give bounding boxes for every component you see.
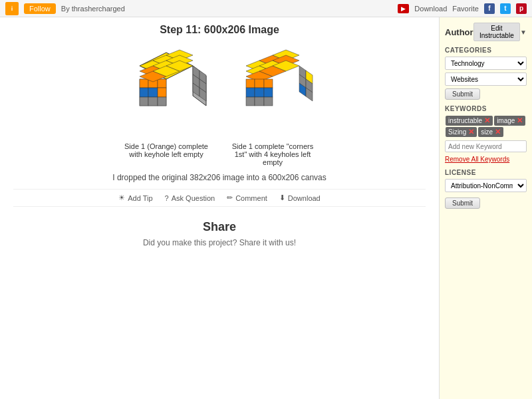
cube-image-1 <box>120 46 213 139</box>
svg-rect-6 <box>140 88 148 97</box>
question-label: Ask Question <box>172 194 215 202</box>
remove-keyword-button[interactable]: ✕ <box>495 128 501 136</box>
submit-license-button[interactable]: Submit <box>445 198 480 209</box>
license-select[interactable]: Attribution-NonCommercial-Share/ <box>445 179 527 192</box>
edit-instructable-button[interactable]: Edit Instructable <box>473 23 520 41</box>
follow-button[interactable]: Follow <box>24 3 56 14</box>
svg-rect-41 <box>264 88 273 97</box>
remove-keyword-button[interactable]: ✕ <box>517 116 523 125</box>
share-title: Share <box>13 220 426 234</box>
svg-rect-7 <box>148 88 158 97</box>
keyword-tag: image✕ <box>494 116 525 126</box>
svg-rect-39 <box>246 88 255 97</box>
tip-label: Add Tip <box>128 194 152 202</box>
top-actions: ▶ Download Favorite f t p <box>398 3 527 14</box>
download-link[interactable]: Download <box>414 5 447 13</box>
sidebar-title: Author <box>445 27 473 37</box>
keyword-tag: size✕ <box>478 127 503 137</box>
svg-rect-11 <box>158 97 166 106</box>
keyword-tag: Sizing✕ <box>446 127 477 137</box>
step-title: Step 11: 600x206 Image <box>13 24 426 36</box>
step-description: I dropped the original 382x206 image int… <box>13 173 426 182</box>
category1-select[interactable]: Technology <box>445 57 527 70</box>
pinterest-icon[interactable]: p <box>516 3 527 14</box>
keyword-tag: instructable✕ <box>446 116 493 126</box>
svg-rect-3 <box>140 79 148 88</box>
svg-rect-40 <box>255 88 264 97</box>
download-item[interactable]: ⬇ Download <box>279 194 321 202</box>
logo-icon: i <box>5 2 19 15</box>
image-caption-2: Side 1 complete "corners 1st" with 4 key… <box>226 142 319 166</box>
twitter-icon[interactable]: t <box>500 3 511 14</box>
download-label: Download <box>288 194 321 202</box>
svg-rect-37 <box>255 79 264 88</box>
svg-rect-9 <box>140 97 148 106</box>
svg-rect-10 <box>148 97 158 106</box>
dropdown-arrow-icon[interactable]: ▼ <box>520 29 527 36</box>
share-section: Share Did you make this project? Share i… <box>13 220 426 247</box>
keywords-area: instructable✕image✕Sizing✕size✕ <box>445 115 527 138</box>
username: By thrashercharged <box>61 5 125 13</box>
category2-select[interactable]: Websites <box>445 72 527 86</box>
svg-rect-36 <box>246 79 255 88</box>
add-keyword-input[interactable] <box>445 140 527 152</box>
sidebar: Author Edit Instructable ▼ CATEGORIES Te… <box>439 17 532 399</box>
question-icon: ? <box>165 194 169 202</box>
license-label: LICENSE <box>445 169 527 176</box>
topbar: i Follow By thrashercharged ▶ Download F… <box>0 0 532 17</box>
svg-rect-5 <box>158 79 166 88</box>
svg-rect-8 <box>158 88 166 97</box>
facebook-icon[interactable]: f <box>484 3 495 14</box>
main-container: Step 11: 600x206 Image <box>0 17 532 399</box>
image-block-2: Side 1 complete "corners 1st" with 4 key… <box>226 46 319 166</box>
favorite-link[interactable]: Favorite <box>452 5 479 13</box>
download-icon: ⬇ <box>279 194 285 202</box>
image-block-1: Side 1 (Orange) complete with keyhole le… <box>120 46 213 166</box>
ask-question-item[interactable]: ? Ask Question <box>165 194 215 202</box>
keywords-label: KEYWORDS <box>445 105 527 112</box>
remove-keyword-button[interactable]: ✕ <box>484 116 490 125</box>
svg-rect-43 <box>255 97 264 106</box>
share-subtitle: Did you make this project? Share it with… <box>13 238 426 247</box>
categories-label: CATEGORIES <box>445 47 527 54</box>
sidebar-header: Author Edit Instructable ▼ <box>445 23 527 41</box>
content-area: Step 11: 600x206 Image <box>0 17 439 399</box>
tip-icon: ☀ <box>118 194 125 202</box>
youtube-icon: ▶ <box>398 4 409 13</box>
cube-image-2 <box>226 46 319 139</box>
remove-all-keywords-link[interactable]: Remove All Keywords <box>445 156 509 163</box>
remove-keyword-button[interactable]: ✕ <box>468 128 474 136</box>
add-tip-item[interactable]: ☀ Add Tip <box>118 194 152 202</box>
submit-categories-button[interactable]: Submit <box>445 88 480 100</box>
svg-rect-42 <box>246 97 255 106</box>
image-caption-1: Side 1 (Orange) complete with keyhole le… <box>120 142 213 158</box>
comment-item[interactable]: ✏ Comment <box>227 194 267 202</box>
svg-rect-38 <box>264 79 273 88</box>
comment-icon: ✏ <box>227 194 233 202</box>
comment-label: Comment <box>235 194 267 202</box>
images-row: Side 1 (Orange) complete with keyhole le… <box>13 46 426 166</box>
svg-rect-44 <box>264 97 273 106</box>
actions-row: ☀ Add Tip ? Ask Question ✏ Comment ⬇ Dow… <box>13 189 426 207</box>
